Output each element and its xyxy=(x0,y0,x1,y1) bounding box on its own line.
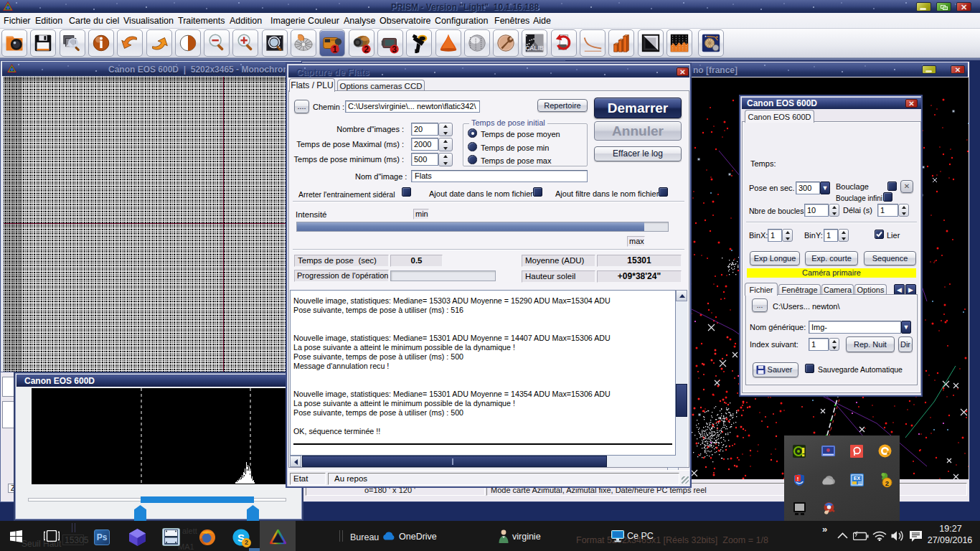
svg-text:!: ! xyxy=(797,476,799,482)
svg-text:2: 2 xyxy=(885,479,889,487)
svg-text:CALIB: CALIB xyxy=(526,44,545,52)
svg-text:EX: EX xyxy=(854,476,861,481)
svg-text:1: 1 xyxy=(333,44,338,55)
svg-text:3: 3 xyxy=(392,44,397,55)
svg-text:2: 2 xyxy=(364,44,369,55)
